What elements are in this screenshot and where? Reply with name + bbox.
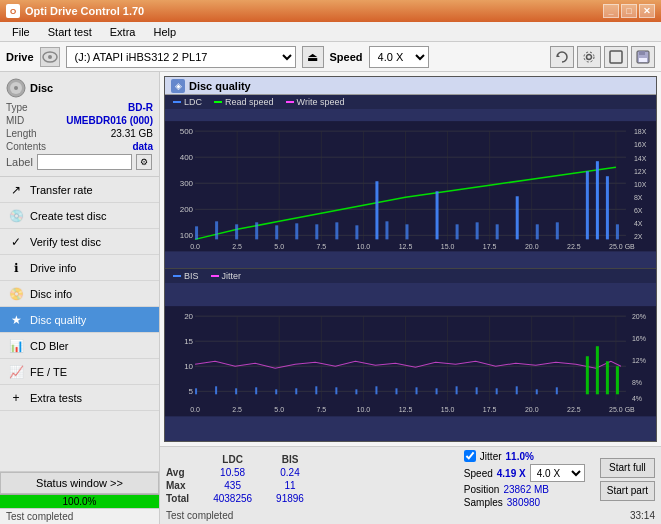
fe-te-icon: 📈 — [8, 364, 24, 380]
drivebar: Drive (J:) ATAPI iHBS312 2 PL17 ⏏ Speed … — [0, 42, 661, 72]
edit-button[interactable] — [604, 46, 628, 68]
speed-label: Speed — [330, 51, 363, 63]
disc-contents-value: data — [132, 141, 153, 152]
svg-text:15.0: 15.0 — [441, 406, 455, 413]
bis-label: BIS — [184, 271, 199, 281]
start-full-button[interactable]: Start full — [600, 458, 655, 478]
drive-icon — [40, 47, 60, 67]
svg-text:10.0: 10.0 — [357, 406, 371, 413]
svg-rect-99 — [195, 388, 197, 394]
start-part-button[interactable]: Start part — [600, 481, 655, 501]
disc-length-value: 23.31 GB — [111, 128, 153, 139]
lower-chart: BIS Jitter — [165, 269, 656, 442]
refresh-button[interactable] — [550, 46, 574, 68]
jitter-label: Jitter — [480, 451, 502, 462]
sidebar-item-label: Create test disc — [30, 210, 106, 222]
drive-select[interactable]: (J:) ATAPI iHBS312 2 PL17 — [66, 46, 296, 68]
cd-bler-icon: 📊 — [8, 338, 24, 354]
menu-extra[interactable]: Extra — [102, 24, 144, 40]
svg-text:2X: 2X — [634, 233, 643, 240]
sidebar-item-create-test-disc[interactable]: 💿 Create test disc — [0, 203, 159, 229]
svg-text:22.5: 22.5 — [567, 243, 581, 250]
svg-rect-51 — [385, 221, 388, 239]
svg-text:0.0: 0.0 — [190, 406, 200, 413]
jitter-checkbox[interactable] — [464, 450, 476, 462]
stats-area: LDC BIS Avg 10.58 0.24 Max — [160, 446, 661, 524]
close-button[interactable]: ✕ — [639, 4, 655, 18]
svg-rect-60 — [586, 171, 589, 239]
svg-text:6X: 6X — [634, 207, 643, 214]
svg-text:4%: 4% — [632, 395, 642, 402]
svg-text:0.0: 0.0 — [190, 243, 200, 250]
save-button[interactable] — [631, 46, 655, 68]
svg-text:18X: 18X — [634, 128, 647, 135]
bottom-time: 33:14 — [630, 510, 655, 521]
sidebar-item-extra-tests[interactable]: + Extra tests — [0, 385, 159, 411]
sidebar-item-fe-te[interactable]: 📈 FE / TE — [0, 359, 159, 385]
svg-text:16%: 16% — [632, 335, 646, 342]
legend-read: Read speed — [214, 97, 274, 107]
menu-help[interactable]: Help — [145, 24, 184, 40]
legend-write: Write speed — [286, 97, 345, 107]
maximize-button[interactable]: □ — [621, 4, 637, 18]
svg-text:500: 500 — [180, 127, 194, 136]
chart-icon: ◈ — [171, 79, 185, 93]
sidebar-item-label: Transfer rate — [30, 184, 93, 196]
svg-rect-49 — [355, 225, 358, 239]
svg-rect-112 — [456, 386, 458, 394]
sidebar-item-drive-info[interactable]: ℹ Drive info — [0, 255, 159, 281]
speed-label: Speed — [464, 468, 493, 479]
svg-rect-58 — [536, 224, 539, 239]
titlebar: O Opti Drive Control 1.70 _ □ ✕ — [0, 0, 661, 22]
menu-file[interactable]: File — [4, 24, 38, 40]
speed-select[interactable]: 4.0 X — [369, 46, 429, 68]
sidebar-item-disc-info[interactable]: 📀 Disc info — [0, 281, 159, 307]
sidebar-item-disc-quality[interactable]: ★ Disc quality — [0, 307, 159, 333]
menu-start-test[interactable]: Start test — [40, 24, 100, 40]
svg-text:10: 10 — [184, 362, 193, 371]
svg-rect-46 — [295, 223, 298, 239]
settings-button[interactable] — [577, 46, 601, 68]
svg-text:12X: 12X — [634, 168, 647, 175]
svg-rect-41 — [195, 226, 198, 239]
status-window-button[interactable]: Status window >> — [0, 472, 159, 494]
disc-label-input[interactable] — [37, 154, 132, 170]
svg-text:2.5: 2.5 — [232, 406, 242, 413]
status-bar: Status window >> 100.0% Test completed — [0, 471, 159, 524]
svg-rect-6 — [639, 51, 645, 55]
stats-row: LDC BIS Avg 10.58 0.24 Max — [166, 450, 655, 508]
jitter-avg-value: 11.0% — [506, 451, 534, 462]
svg-rect-62 — [606, 176, 609, 239]
sidebar-item-label: CD Bler — [30, 340, 69, 352]
row-total-label: Total — [166, 492, 201, 505]
svg-rect-103 — [275, 389, 277, 394]
speed-select-input[interactable]: 4.0 X — [530, 464, 585, 482]
disc-panel: Disc Type BD-R MID UMEBDR016 (000) Lengt… — [0, 72, 159, 177]
disc-label-button[interactable]: ⚙ — [136, 154, 152, 170]
col-header-bis: BIS — [264, 453, 316, 466]
sidebar-item-transfer-rate[interactable]: ↗ Transfer rate — [0, 177, 159, 203]
sidebar-item-label: FE / TE — [30, 366, 67, 378]
svg-text:17.5: 17.5 — [483, 406, 497, 413]
sidebar-item-verify-test-disc[interactable]: ✓ Verify test disc — [0, 229, 159, 255]
svg-text:14X: 14X — [634, 155, 647, 162]
sidebar-item-cd-bler[interactable]: 📊 CD Bler — [0, 333, 159, 359]
svg-text:4X: 4X — [634, 220, 643, 227]
jitter-speed-panel: Jitter 11.0% Speed 4.19 X 4.0 X Position… — [464, 450, 594, 508]
svg-rect-52 — [405, 224, 408, 239]
legend-jitter: Jitter — [211, 271, 242, 281]
svg-rect-119 — [596, 346, 599, 394]
position-row: Position 23862 MB — [464, 484, 594, 495]
row-total-ldc: 4038256 — [201, 492, 264, 505]
window-controls[interactable]: _ □ ✕ — [603, 4, 655, 18]
eject-button[interactable]: ⏏ — [302, 46, 324, 68]
nav-items: ↗ Transfer rate 💿 Create test disc ✓ Ver… — [0, 177, 159, 411]
disc-type-label: Type — [6, 102, 28, 113]
minimize-button[interactable]: _ — [603, 4, 619, 18]
disc-info-icon: 📀 — [8, 286, 24, 302]
upper-chart: LDC Read speed Write speed — [165, 95, 656, 269]
menubar: File Start test Extra Help — [0, 22, 661, 42]
svg-rect-108 — [375, 386, 377, 394]
charts-area: LDC Read speed Write speed — [165, 95, 656, 441]
svg-rect-57 — [516, 196, 519, 239]
